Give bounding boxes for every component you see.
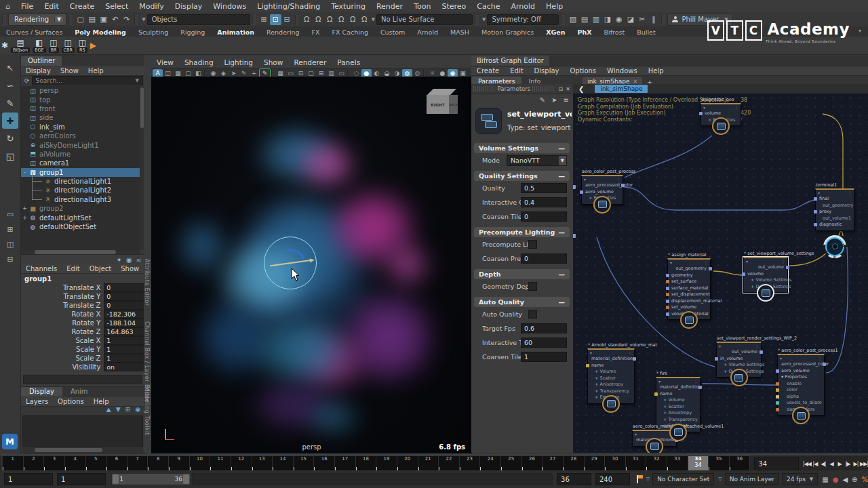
graph-node-assign-material[interactable]: * assign_material▾⋮out_geometrygeometrys…	[667, 258, 711, 320]
chevron-down-icon[interactable]: ▾	[780, 356, 782, 361]
select-hierarchy-icon[interactable]: ⊞	[258, 14, 270, 25]
output-port[interactable]	[698, 386, 702, 389]
layer-list[interactable]	[22, 415, 143, 447]
resolution-gate-icon[interactable]: ⊡	[296, 69, 306, 77]
outliner-item-camera1[interactable]: ◫camera1	[21, 159, 140, 167]
snap-curve-icon[interactable]: Ω	[313, 14, 324, 25]
camera-attributes-icon[interactable]: ▦	[173, 69, 183, 77]
search-input[interactable]: Search... ▼	[32, 76, 143, 85]
edit-params-icon[interactable]: ✎	[540, 96, 545, 104]
output-port[interactable]	[786, 266, 789, 269]
menu-help[interactable]: Help	[540, 2, 568, 11]
play-forwards-button[interactable]: ▶	[835, 458, 844, 470]
node-subrow-volume-settings[interactable]: + Volume Settings	[744, 277, 787, 284]
param-field-interactive-target-fps[interactable]: 60	[521, 338, 567, 348]
input-port[interactable]	[666, 274, 669, 277]
paint-effects-icon[interactable]: ✂	[636, 14, 648, 25]
param-field-coarsen-tile-tree-sta[interactable]: 1	[521, 352, 567, 362]
node-state-badge[interactable]	[602, 395, 620, 413]
shelf-tab-sculpting[interactable]: Sculpting	[132, 28, 174, 37]
view-cube[interactable]: RIGHT BACK	[426, 89, 461, 116]
input-port[interactable]	[666, 306, 669, 309]
node-subrow-anisotropy[interactable]: + Anisotropy	[656, 410, 700, 417]
ipr-render-icon[interactable]: ▥	[590, 14, 601, 25]
channel-value-field[interactable]: 0	[104, 283, 144, 292]
node-subrow-transparency[interactable]: + Transparency	[588, 388, 634, 395]
playback-speed-dropdown[interactable]: 24 fps ▼	[782, 473, 818, 485]
live-surface-field[interactable]: No Live Surface	[376, 14, 473, 25]
layer-tab-display[interactable]: Display	[21, 387, 62, 396]
kebab-menu-icon[interactable]: ⋮	[734, 105, 738, 110]
grid-icon[interactable]: ▦	[275, 69, 285, 77]
close-icon[interactable]: ✕	[565, 86, 573, 92]
add-icon[interactable]: +	[249, 69, 259, 77]
use-all-lights-icon[interactable]: ◒	[382, 69, 392, 77]
node-state-badge[interactable]	[792, 407, 810, 424]
node-body[interactable]: ▾⋮finalout_geometryproxyout_volume1diagn…	[815, 188, 854, 231]
select-component-icon[interactable]: ⊟	[281, 14, 293, 25]
viewport-menu-panels[interactable]: Panels	[332, 58, 366, 66]
param-field-quality[interactable]: 0.5	[521, 183, 567, 193]
layer-new-selected-icon[interactable]: ◉	[135, 406, 140, 413]
select-object-icon[interactable]: ⊡	[270, 14, 281, 25]
outliner-item-persp[interactable]: ◫persp	[21, 86, 140, 95]
view-camera-icon[interactable]: ◉	[208, 69, 218, 77]
output-port[interactable]	[823, 363, 826, 366]
collapse-icon[interactable]: —	[559, 270, 566, 278]
shelf-tab-mash[interactable]: MASH	[444, 28, 475, 37]
paint-select-tool-icon[interactable]: ✎	[2, 95, 18, 111]
output-port[interactable]	[709, 267, 712, 270]
view-cube-right-face[interactable]: RIGHT	[427, 95, 449, 114]
viewport-menu-lighting[interactable]: Lighting	[219, 58, 258, 66]
grip-handle[interactable]	[2, 15, 6, 24]
viewport-menu-shading[interactable]: Shading	[179, 58, 219, 66]
graph-canvas[interactable]: Graph Resolution (Type Inference / Overl…	[573, 94, 868, 453]
shelf-tab-motion-graphics[interactable]: Motion Graphics	[475, 28, 540, 37]
graph-node-diagnostic-geo[interactable]: diagnostic_geo▾⋮volume+ Properties	[701, 103, 741, 126]
channel-value-field[interactable]: 1	[104, 336, 144, 345]
menu-display[interactable]: Display	[170, 2, 208, 11]
shelf-bifjson-icon[interactable]: ▤BifJson	[11, 39, 30, 53]
anim-layer-dropdown[interactable]: No Anim Layer	[725, 473, 779, 485]
chevron-down-icon[interactable]: ▾	[703, 105, 705, 110]
bifrost-menu-options[interactable]: Options	[564, 67, 601, 75]
graph-node-set-viewport-volume-settings[interactable]: * set_viewport_volume_settings▾⋮out_volu…	[743, 257, 788, 293]
chevron-down-icon[interactable]: ▾	[818, 190, 820, 196]
shelf-tab-phx[interactable]: PhX	[572, 28, 598, 37]
input-port[interactable]	[666, 312, 669, 316]
shelf-play-particles-icon[interactable]: ▶	[90, 41, 96, 49]
screen-ao-icon[interactable]: ◍	[402, 69, 412, 77]
outliner-item-ink-sim[interactable]: ⬡ink_sim	[21, 123, 140, 131]
outliner-item-front[interactable]: ◫front	[21, 104, 140, 113]
graph-wire[interactable]	[713, 271, 742, 275]
menu-lighting-shading[interactable]: Lighting/Shading	[252, 2, 326, 11]
shelf-tab-arnold[interactable]: Arnold	[411, 28, 444, 37]
graph-wire[interactable]	[826, 247, 848, 373]
node-state-badge[interactable]	[730, 369, 748, 386]
go-to-start-button[interactable]: |◀◀	[803, 458, 811, 470]
input-port[interactable]	[814, 210, 817, 214]
outliner-menu-display[interactable]: Display	[21, 67, 56, 75]
field-chart-icon[interactable]: ⊞	[316, 69, 326, 77]
shelf-tab-animation[interactable]: Animation	[211, 28, 260, 37]
section-auto-quality[interactable]: Auto Quality—	[474, 297, 570, 307]
output-port[interactable]	[760, 350, 763, 354]
refresh-icon[interactable]: ⟳	[24, 77, 30, 84]
playback-range-slider[interactable]: 1 36	[111, 473, 191, 485]
shelf-tab-custom[interactable]: Custom	[374, 28, 411, 37]
step-back-key-button[interactable]: ◀|	[819, 458, 827, 470]
breadcrumb-chip[interactable]: ink_simShape	[595, 85, 648, 93]
collapse-icon[interactable]: —	[559, 298, 566, 306]
node-state-badge[interactable]	[669, 424, 687, 441]
menu-stereo[interactable]: Stereo	[436, 2, 471, 11]
set-key-icon[interactable]	[637, 475, 642, 483]
outliner-item-side[interactable]: ◫side	[21, 113, 140, 122]
chevron-down-icon[interactable]: ▾	[658, 379, 660, 384]
step-forward-key-button[interactable]: |▶	[844, 458, 852, 470]
current-frame-field[interactable]: 34	[754, 458, 799, 470]
collapse-icon[interactable]: —	[559, 228, 566, 236]
shelf-bge-icon[interactable]: ◧BGE	[33, 39, 46, 53]
node-state-badge[interactable]	[646, 438, 663, 453]
outliner-tab[interactable]: Outliner	[21, 56, 62, 66]
input-port[interactable]	[814, 223, 817, 226]
